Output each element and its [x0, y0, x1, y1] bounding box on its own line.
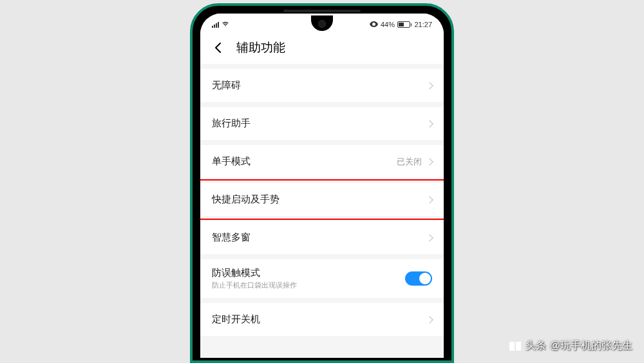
chevron-right-icon — [426, 196, 433, 203]
toggle-switch[interactable] — [405, 271, 432, 286]
watermark: 头条 @玩手机的张先生 — [509, 339, 632, 353]
item-mistouch-prevention[interactable]: 防误触模式 防止手机在口袋出现误操作 — [200, 259, 444, 298]
page-title: 辅助功能 — [236, 39, 285, 56]
phone-frame: 44% 21:27 辅助功能 无障碍 — [190, 3, 454, 363]
battery-percent: 44% — [381, 21, 395, 28]
chevron-right-icon — [426, 120, 433, 127]
item-label: 单手模式 — [212, 155, 397, 168]
speaker-grille — [283, 10, 361, 12]
signal-icon — [212, 22, 219, 28]
watermark-text: @玩手机的张先生 — [550, 339, 632, 353]
item-label: 快捷启动及手势 — [212, 193, 427, 206]
chevron-right-icon — [426, 158, 433, 165]
screen: 44% 21:27 辅助功能 无障碍 — [200, 14, 444, 358]
item-label: 防误触模式 — [212, 267, 405, 279]
clock: 21:27 — [414, 21, 432, 28]
item-sublabel: 防止手机在口袋出现误操作 — [212, 280, 405, 290]
item-label: 智慧多窗 — [212, 231, 427, 244]
chevron-right-icon — [426, 82, 433, 89]
battery-icon — [397, 21, 412, 28]
item-smart-multi-window[interactable]: 智慧多窗 — [200, 221, 444, 254]
item-scheduled-power[interactable]: 定时开关机 — [200, 303, 444, 336]
watermark-prefix: 头条 — [526, 339, 546, 353]
chevron-right-icon — [426, 234, 433, 241]
page-header: 辅助功能 — [200, 32, 444, 64]
back-button[interactable] — [212, 41, 225, 54]
item-accessibility[interactable]: 无障碍 — [200, 69, 444, 102]
watermark-logo-icon — [509, 340, 522, 353]
item-value: 已关闭 — [397, 156, 422, 168]
front-camera — [318, 20, 326, 28]
item-shortcuts-gestures[interactable]: 快捷启动及手势 — [200, 183, 444, 216]
svg-rect-0 — [509, 342, 515, 351]
chevron-right-icon — [426, 316, 433, 323]
item-travel-assistant[interactable]: 旅行助手 — [200, 107, 444, 140]
eye-icon — [370, 21, 378, 28]
item-one-hand-mode[interactable]: 单手模式 已关闭 — [200, 145, 444, 178]
wifi-icon — [222, 21, 229, 28]
item-label: 定时开关机 — [212, 313, 427, 326]
svg-rect-1 — [516, 342, 521, 351]
item-label: 旅行助手 — [212, 117, 427, 130]
item-label: 无障碍 — [212, 79, 427, 92]
